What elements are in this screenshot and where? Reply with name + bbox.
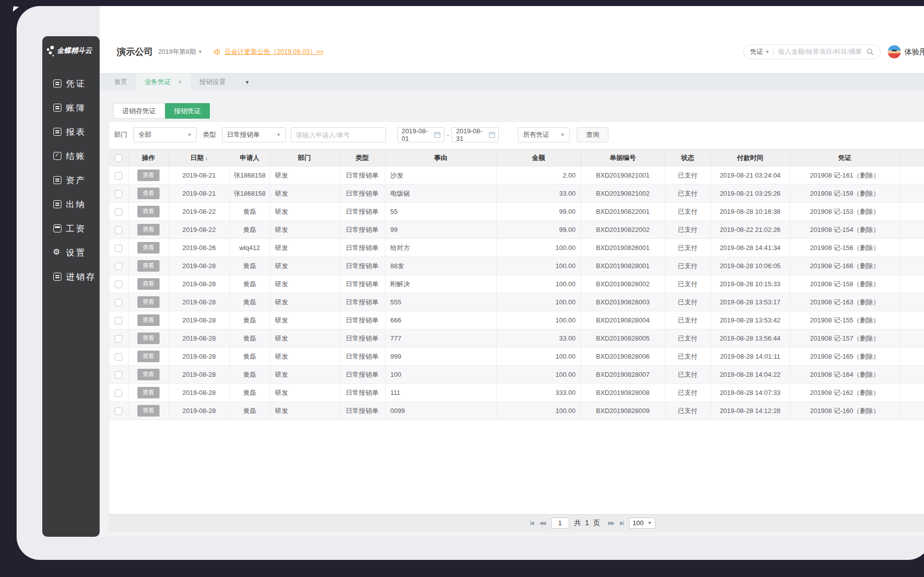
row-checkbox[interactable] [115,281,122,288]
reimbursement-voucher-button[interactable]: 报销凭证 [165,103,210,119]
cell-pay_time: 2019-08-21 03:24:04 [711,167,790,185]
view-button[interactable]: 查看 [137,369,160,380]
sidebar-item-asset[interactable]: 资产 [42,168,100,192]
cell-extra [900,329,924,348]
period-selector[interactable]: 2019年第8期 [158,47,196,56]
view-button[interactable]: 查看 [137,224,160,235]
tab-2[interactable]: 业务凭证× [136,73,191,91]
view-button[interactable]: 查看 [137,188,160,199]
view-button[interactable]: 查看 [137,206,160,217]
cell-reason: 111 [385,384,496,402]
period-caret-icon: ▼ [198,49,202,54]
column-header: 付款时间 [711,149,790,167]
sidebar-item-closing[interactable]: 结账 [42,144,100,168]
close-icon[interactable]: × [178,78,182,86]
tab-1[interactable]: 首页 [106,73,136,91]
row-select-cell [109,293,128,311]
row-select-cell [109,257,128,275]
sidebar-item-settings[interactable]: 设置 [42,240,100,265]
cell-extra [900,203,924,221]
sidebar-item-report[interactable]: 报表 [42,120,100,144]
cell-reason: 刚解决 [385,275,496,293]
view-button[interactable]: 查看 [137,314,160,326]
cell-amount: 99.00 [496,203,581,221]
voucher-scope-select[interactable]: 所有凭证▼ [518,127,570,142]
search-icon[interactable] [866,48,874,56]
date-to-picker[interactable]: 2019-08-31 [451,127,499,142]
sidebar-item-payroll[interactable]: 工资 [42,216,100,240]
date-from-picker[interactable]: 2019-08-01 [397,127,444,142]
row-checkbox[interactable] [115,299,122,306]
cell-pay_time: 2019-08-28 14:01:11 [711,348,790,366]
table-row: 查看2019-08-26wlq412研发日常报销单给对方100.00BXD201… [109,239,924,257]
cell-date: 2019-08-28 [169,311,229,329]
user-name[interactable]: 体验用户 [904,47,924,57]
view-button[interactable]: 查看 [137,387,160,398]
type-select[interactable]: 日常报销单▼ [222,127,286,142]
row-checkbox[interactable] [115,353,122,361]
column-header: 凭证 [790,149,900,167]
row-checkbox[interactable] [115,208,122,216]
search-scope-select[interactable]: 凭证 [750,47,763,56]
cell-voucher: 201908 记-166（删除） [790,257,900,275]
row-checkbox[interactable] [115,172,122,180]
user-avatar[interactable] [888,45,901,58]
announcement-link[interactable]: 云会计更新公告（2019.09.03）>> [224,47,324,56]
page-size-select[interactable]: 100▼ [629,518,655,529]
view-button[interactable]: 查看 [137,333,160,344]
row-checkbox[interactable] [115,389,122,397]
global-search[interactable]: 凭证 ▼ 输入金额/核算项目/科目/摘要 [743,44,881,59]
row-action-cell: 查看 [128,185,169,203]
sort-desc-icon[interactable]: ↓ [205,155,208,161]
page-number-input[interactable] [551,518,569,529]
cell-amount: 100.00 [496,348,581,366]
row-checkbox[interactable] [115,244,122,252]
sidebar-item-ledger[interactable]: 账簿 [42,96,100,120]
cell-applicant: 黄磊 [229,384,270,402]
tab-3[interactable]: 报销设置 [191,73,234,91]
cell-voucher: 201908 记-160（删除） [790,402,900,420]
logo-dots-icon [46,44,57,57]
dept-select[interactable]: 全部▼ [133,127,197,142]
first-page-icon[interactable]: |◀ [530,520,533,526]
row-checkbox[interactable] [115,407,122,415]
view-button[interactable]: 查看 [137,278,160,290]
row-checkbox[interactable] [115,190,122,198]
cell-pay_time: 2019-08-28 13:53:42 [711,311,790,329]
row-checkbox[interactable] [115,226,122,234]
sidebar-item-label: 资产 [66,175,86,186]
row-checkbox[interactable] [115,317,122,324]
sidebar-item-inventory[interactable]: 进销存 [42,265,100,289]
inventory-voucher-button[interactable]: 进销存凭证 [113,103,165,119]
view-button[interactable]: 查看 [137,296,160,308]
cell-reason: 999 [385,348,496,366]
next-page-icon[interactable]: ▶▶ [608,520,613,526]
cell-status: 已支付 [665,257,711,275]
prev-page-icon[interactable]: ◀◀ [539,520,545,526]
sidebar-item-cashier[interactable]: 出纳 [42,192,100,216]
cell-doc_no: BXD20190828009 [581,402,665,420]
sidebar-item-label: 进销存 [66,271,96,283]
row-checkbox[interactable] [115,371,122,379]
view-button[interactable]: 查看 [137,260,160,272]
cell-voucher: 201908 记-158（删除） [790,275,900,293]
sidebar-item-voucher[interactable]: 凭证 [42,71,100,96]
applicant-input[interactable] [291,127,386,142]
row-checkbox[interactable] [115,263,122,270]
query-button[interactable]: 查询 [577,127,608,142]
app-logo: 金蝶精斗云 [42,36,100,65]
cell-status: 已支付 [665,402,711,420]
row-checkbox[interactable] [115,335,122,343]
select-all-checkbox[interactable] [115,154,122,162]
cell-amount: 100.00 [496,257,581,275]
last-page-icon[interactable]: ▶| [620,520,623,526]
view-button[interactable]: 查看 [137,351,160,362]
row-select-cell [109,221,128,239]
search-input[interactable]: 输入金额/核算项目/科目/摘要 [778,47,862,56]
tab-list-dropdown-icon[interactable]: ▼ [245,73,250,91]
view-button[interactable]: 查看 [137,405,160,417]
cell-doc_no: BXD20190822002 [581,221,665,239]
view-button[interactable]: 查看 [137,170,160,181]
view-button[interactable]: 查看 [137,242,160,254]
row-select-cell [109,348,128,366]
